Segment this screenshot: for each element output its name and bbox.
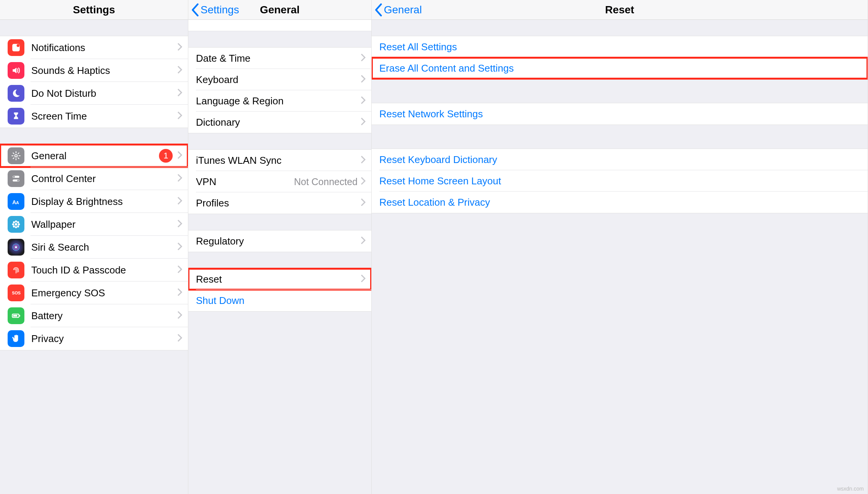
row-label: Control Center [31, 173, 177, 185]
chevron-right-icon [177, 65, 183, 77]
row-label: Reset Home Screen Layout [379, 175, 862, 187]
row-resetnet[interactable]: Reset Network Settings [372, 103, 868, 125]
row-touchid[interactable]: Touch ID & Passcode [0, 259, 188, 281]
row-profiles[interactable]: Profiles [188, 192, 371, 214]
back-to-general[interactable]: General [375, 0, 422, 19]
general-list[interactable]: Date & TimeKeyboardLanguage & RegionDict… [188, 20, 371, 494]
fingerprint-icon [8, 262, 24, 278]
row-siri[interactable]: Siri & Search [0, 236, 188, 259]
row-general[interactable]: General1 [0, 144, 188, 167]
badge: 1 [159, 149, 173, 163]
reset-title: Reset [605, 4, 634, 16]
row-display[interactable]: AADisplay & Brightness [0, 190, 188, 213]
svg-point-14 [13, 221, 15, 223]
row-label: VPN [196, 176, 294, 188]
chevron-right-icon [177, 333, 183, 345]
row-resetkbd[interactable]: Reset Keyboard Dictionary [372, 149, 868, 170]
settings-list[interactable]: NotificationsSounds & HapticsDo Not Dist… [0, 20, 188, 494]
list-group: Reset Keyboard DictionaryReset Home Scre… [372, 149, 868, 213]
row-dnd[interactable]: Do Not Disturb [0, 82, 188, 105]
reset-navbar: General Reset [372, 0, 868, 20]
row-label: Battery [31, 310, 177, 322]
gear-icon [8, 147, 24, 164]
row-wallpaper[interactable]: Wallpaper [0, 213, 188, 236]
list-group: NotificationsSounds & HapticsDo Not Dist… [0, 36, 188, 128]
row-label: Profiles [196, 197, 361, 209]
svg-rect-24 [19, 315, 20, 317]
row-notifications[interactable]: Notifications [0, 36, 188, 59]
row-label: Privacy [31, 333, 177, 345]
chevron-right-icon [177, 110, 183, 122]
row-keyboard[interactable]: Keyboard [188, 69, 371, 90]
chevron-right-icon [361, 95, 366, 107]
svg-point-16 [13, 225, 15, 227]
general-title: General [260, 4, 300, 16]
row-label: Regulatory [196, 235, 361, 247]
row-label: Reset Network Settings [379, 108, 862, 120]
row-vpn[interactable]: VPNNot Connected [188, 171, 371, 192]
row-resethome[interactable]: Reset Home Screen Layout [372, 170, 868, 192]
chevron-right-icon [177, 42, 183, 54]
reset-list[interactable]: Reset All SettingsErase All Content and … [372, 20, 868, 494]
row-screentime[interactable]: Screen Time [0, 105, 188, 128]
row-ituneswlan[interactable]: iTunes WLAN Sync [188, 150, 371, 171]
list-group: General1Control CenterAADisplay & Bright… [0, 144, 188, 350]
row-reset[interactable]: Reset [188, 269, 371, 290]
watermark: wsxdn.com [837, 486, 864, 492]
row-controlcenter[interactable]: Control Center [0, 167, 188, 190]
svg-point-10 [15, 221, 17, 222]
svg-rect-23 [13, 315, 17, 317]
back-label: Settings [201, 4, 239, 16]
row-label: Do Not Disturb [31, 88, 177, 99]
list-group: Reset All SettingsErase All Content and … [372, 36, 868, 79]
row-label: iTunes WLAN Sync [196, 155, 361, 166]
settings-pane: Settings NotificationsSounds & HapticsDo… [0, 0, 188, 494]
row-eraseall[interactable]: Erase All Content and Settings [372, 58, 868, 79]
row-label: Keyboard [196, 74, 361, 86]
row-label: Siri & Search [31, 241, 177, 253]
sos-icon: SOS [8, 285, 24, 301]
row-label: Reset [196, 273, 361, 285]
chevron-right-icon [177, 219, 183, 230]
chevron-right-icon [361, 197, 366, 209]
back-to-settings[interactable]: Settings [191, 0, 239, 19]
row-label: Emergency SOS [31, 287, 177, 299]
row-sounds[interactable]: Sounds & Haptics [0, 59, 188, 82]
row-label: Screen Time [31, 110, 177, 122]
row-language[interactable]: Language & Region [188, 90, 371, 112]
row-sos[interactable]: SOSEmergency SOS [0, 281, 188, 304]
list-group: Regulatory [188, 230, 371, 252]
svg-point-15 [17, 221, 19, 223]
chevron-right-icon [177, 287, 183, 299]
chevron-right-icon [177, 88, 183, 99]
row-shutdown[interactable]: Shut Down [188, 290, 371, 311]
chevron-left-icon [375, 3, 382, 16]
battery-icon [8, 307, 24, 324]
row-label: Touch ID & Passcode [31, 264, 177, 276]
row-label: Reset Location & Privacy [379, 197, 862, 208]
row-resetloc[interactable]: Reset Location & Privacy [372, 192, 868, 213]
chevron-right-icon [361, 155, 366, 166]
settings-navbar: Settings [0, 0, 188, 20]
settings-title: Settings [73, 4, 115, 16]
row-resetall[interactable]: Reset All Settings [372, 36, 868, 58]
aa-icon: AA [8, 193, 24, 210]
row-regulatory[interactable]: Regulatory [188, 230, 371, 252]
reset-pane: General Reset Reset All SettingsErase Al… [372, 0, 868, 494]
row-battery[interactable]: Battery [0, 304, 188, 327]
back-label: General [384, 4, 422, 16]
row-datetime[interactable]: Date & Time [188, 48, 371, 69]
row-dictionary[interactable]: Dictionary [188, 112, 371, 133]
row-label: Reset Keyboard Dictionary [379, 154, 862, 166]
siri-icon [8, 239, 24, 256]
row-label: Erase All Content and Settings [379, 62, 862, 74]
hourglass-icon [8, 108, 24, 125]
row-privacy[interactable]: Privacy [0, 327, 188, 350]
chevron-right-icon [177, 196, 183, 208]
flower-icon [8, 216, 24, 233]
moon-icon [8, 85, 24, 102]
general-pane: Settings General Date & TimeKeyboardLang… [188, 0, 372, 494]
svg-point-11 [15, 226, 17, 228]
svg-text:A: A [12, 199, 16, 205]
svg-point-17 [17, 225, 19, 227]
